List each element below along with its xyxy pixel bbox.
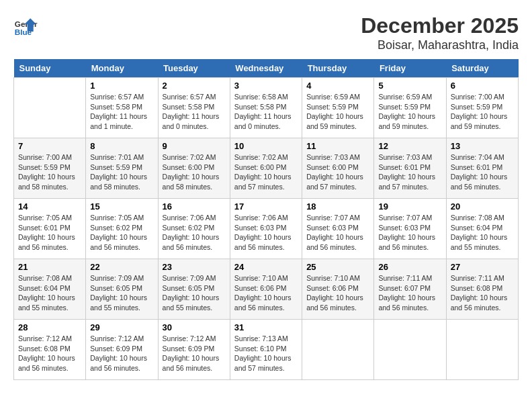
day-number: 6 [451, 81, 514, 91]
calendar-cell: 27Sunrise: 7:11 AMSunset: 6:08 PMDayligh… [446, 259, 518, 320]
day-number: 26 [378, 262, 441, 272]
page-subtitle: Boisar, Maharashtra, India [361, 38, 519, 52]
day-info: Sunrise: 7:08 AMSunset: 6:04 PMDaylight:… [451, 213, 514, 253]
calendar-cell: 15Sunrise: 7:05 AMSunset: 6:02 PMDayligh… [86, 199, 158, 259]
calendar-cell: 20Sunrise: 7:08 AMSunset: 6:04 PMDayligh… [446, 199, 518, 259]
day-number: 9 [163, 141, 226, 151]
calendar-cell: 5Sunrise: 6:59 AMSunset: 5:59 PMDaylight… [374, 78, 446, 138]
day-number: 17 [234, 201, 298, 212]
day-info: Sunrise: 7:09 AMSunset: 6:05 PMDaylight:… [163, 273, 226, 313]
calendar-table: SundayMondayTuesdayWednesdayThursdayFrid… [13, 59, 519, 380]
calendar-cell [446, 320, 518, 380]
day-info: Sunrise: 7:03 AMSunset: 6:01 PMDaylight:… [378, 152, 441, 192]
calendar-cell: 28Sunrise: 7:12 AMSunset: 6:08 PMDayligh… [14, 320, 86, 380]
calendar-week-3: 14Sunrise: 7:05 AMSunset: 6:01 PMDayligh… [14, 199, 519, 259]
calendar-header-thursday: Thursday [302, 59, 374, 78]
calendar-cell [14, 78, 86, 138]
day-info: Sunrise: 6:57 AMSunset: 5:58 PMDaylight:… [163, 92, 226, 132]
day-number: 2 [163, 81, 226, 91]
page-title: December 2025 [361, 13, 519, 38]
logo-icon: General Blue [13, 13, 38, 38]
day-info: Sunrise: 7:05 AMSunset: 6:02 PMDaylight:… [90, 213, 153, 253]
day-number: 13 [451, 141, 514, 151]
calendar-header-monday: Monday [86, 59, 158, 78]
calendar-cell: 9Sunrise: 7:02 AMSunset: 6:00 PMDaylight… [158, 138, 230, 199]
calendar-cell: 22Sunrise: 7:09 AMSunset: 6:05 PMDayligh… [86, 259, 158, 320]
day-info: Sunrise: 7:13 AMSunset: 6:10 PMDaylight:… [234, 334, 298, 373]
day-number: 31 [234, 322, 298, 332]
calendar-cell: 21Sunrise: 7:08 AMSunset: 6:04 PMDayligh… [14, 259, 86, 320]
calendar-cell: 6Sunrise: 7:00 AMSunset: 5:59 PMDaylight… [446, 78, 518, 138]
day-info: Sunrise: 7:02 AMSunset: 6:00 PMDaylight:… [234, 152, 298, 192]
day-info: Sunrise: 6:58 AMSunset: 5:58 PMDaylight:… [234, 92, 298, 132]
calendar-cell: 30Sunrise: 7:12 AMSunset: 6:09 PMDayligh… [158, 320, 230, 380]
calendar-cell: 24Sunrise: 7:10 AMSunset: 6:06 PMDayligh… [230, 259, 302, 320]
day-info: Sunrise: 7:12 AMSunset: 6:09 PMDaylight:… [90, 334, 153, 373]
day-number: 30 [163, 322, 226, 332]
calendar-week-1: 1Sunrise: 6:57 AMSunset: 5:58 PMDaylight… [14, 78, 519, 138]
day-info: Sunrise: 7:06 AMSunset: 6:03 PMDaylight:… [234, 213, 298, 253]
header: General Blue December 2025 Boisar, Mahar… [13, 13, 519, 52]
calendar-cell: 31Sunrise: 7:13 AMSunset: 6:10 PMDayligh… [230, 320, 302, 380]
calendar-header-sunday: Sunday [14, 59, 86, 78]
day-info: Sunrise: 7:11 AMSunset: 6:08 PMDaylight:… [451, 273, 514, 313]
calendar-week-5: 28Sunrise: 7:12 AMSunset: 6:08 PMDayligh… [14, 320, 519, 380]
day-number: 24 [234, 262, 298, 272]
day-info: Sunrise: 6:59 AMSunset: 5:59 PMDaylight:… [378, 92, 441, 132]
day-info: Sunrise: 7:10 AMSunset: 6:06 PMDaylight:… [234, 273, 298, 313]
day-number: 22 [90, 262, 153, 272]
day-info: Sunrise: 7:12 AMSunset: 6:08 PMDaylight:… [18, 334, 81, 373]
calendar-cell: 18Sunrise: 7:07 AMSunset: 6:03 PMDayligh… [302, 199, 374, 259]
day-number: 8 [90, 141, 153, 151]
day-number: 27 [451, 262, 514, 272]
calendar-cell: 2Sunrise: 6:57 AMSunset: 5:58 PMDaylight… [158, 78, 230, 138]
day-number: 15 [90, 201, 153, 212]
calendar-cell: 1Sunrise: 6:57 AMSunset: 5:58 PMDaylight… [86, 78, 158, 138]
calendar-cell: 11Sunrise: 7:03 AMSunset: 6:00 PMDayligh… [302, 138, 374, 199]
calendar-cell: 12Sunrise: 7:03 AMSunset: 6:01 PMDayligh… [374, 138, 446, 199]
day-number: 12 [378, 141, 441, 151]
day-info: Sunrise: 7:04 AMSunset: 6:01 PMDaylight:… [451, 152, 514, 192]
calendar-header-row: SundayMondayTuesdayWednesdayThursdayFrid… [14, 59, 519, 78]
day-number: 28 [18, 322, 81, 332]
day-number: 21 [18, 262, 81, 272]
calendar-cell [374, 320, 446, 380]
day-number: 1 [90, 81, 153, 91]
day-info: Sunrise: 7:07 AMSunset: 6:03 PMDaylight:… [378, 213, 441, 253]
day-info: Sunrise: 7:03 AMSunset: 6:00 PMDaylight:… [306, 152, 369, 192]
calendar-cell: 29Sunrise: 7:12 AMSunset: 6:09 PMDayligh… [86, 320, 158, 380]
calendar-header-tuesday: Tuesday [158, 59, 230, 78]
day-number: 20 [451, 201, 514, 212]
day-info: Sunrise: 7:07 AMSunset: 6:03 PMDaylight:… [306, 213, 369, 253]
day-number: 5 [378, 81, 441, 91]
day-number: 4 [306, 81, 369, 91]
day-number: 19 [378, 201, 441, 212]
day-number: 23 [163, 262, 226, 272]
day-info: Sunrise: 7:05 AMSunset: 6:01 PMDaylight:… [18, 213, 81, 253]
calendar-cell: 10Sunrise: 7:02 AMSunset: 6:00 PMDayligh… [230, 138, 302, 199]
calendar-week-4: 21Sunrise: 7:08 AMSunset: 6:04 PMDayligh… [14, 259, 519, 320]
calendar-cell: 19Sunrise: 7:07 AMSunset: 6:03 PMDayligh… [374, 199, 446, 259]
day-number: 11 [306, 141, 369, 151]
calendar-cell: 26Sunrise: 7:11 AMSunset: 6:07 PMDayligh… [374, 259, 446, 320]
day-info: Sunrise: 7:10 AMSunset: 6:06 PMDaylight:… [306, 273, 369, 313]
calendar-cell: 13Sunrise: 7:04 AMSunset: 6:01 PMDayligh… [446, 138, 518, 199]
day-info: Sunrise: 7:02 AMSunset: 6:00 PMDaylight:… [163, 152, 226, 192]
day-info: Sunrise: 7:08 AMSunset: 6:04 PMDaylight:… [18, 273, 81, 313]
day-info: Sunrise: 7:09 AMSunset: 6:05 PMDaylight:… [90, 273, 153, 313]
day-number: 25 [306, 262, 369, 272]
day-number: 3 [234, 81, 298, 91]
calendar-cell: 14Sunrise: 7:05 AMSunset: 6:01 PMDayligh… [14, 199, 86, 259]
logo: General Blue [13, 13, 38, 38]
day-number: 7 [18, 141, 81, 151]
day-info: Sunrise: 7:12 AMSunset: 6:09 PMDaylight:… [163, 334, 226, 373]
day-number: 29 [90, 322, 153, 332]
calendar-cell: 23Sunrise: 7:09 AMSunset: 6:05 PMDayligh… [158, 259, 230, 320]
day-number: 18 [306, 201, 369, 212]
calendar-cell: 7Sunrise: 7:00 AMSunset: 5:59 PMDaylight… [14, 138, 86, 199]
calendar-cell: 25Sunrise: 7:10 AMSunset: 6:06 PMDayligh… [302, 259, 374, 320]
calendar-cell [302, 320, 374, 380]
calendar-cell: 17Sunrise: 7:06 AMSunset: 6:03 PMDayligh… [230, 199, 302, 259]
day-info: Sunrise: 6:57 AMSunset: 5:58 PMDaylight:… [90, 92, 153, 132]
day-info: Sunrise: 7:06 AMSunset: 6:02 PMDaylight:… [163, 213, 226, 253]
